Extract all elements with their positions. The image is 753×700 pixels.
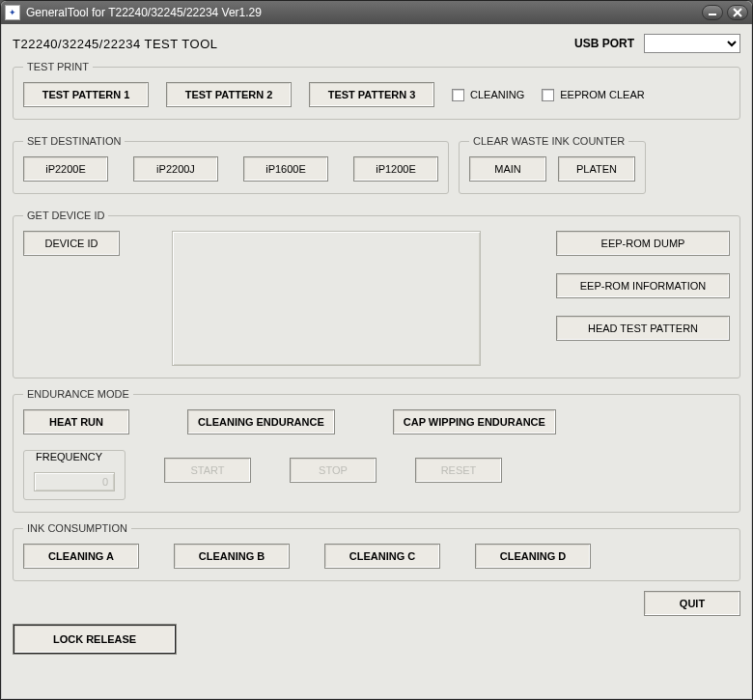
usb-port-label: USB PORT xyxy=(574,37,634,50)
cleaning-d-button[interactable]: CLEANING D xyxy=(475,544,591,569)
endurance-group: ENDURANCE MODE HEAT RUN CLEANING ENDURAN… xyxy=(13,388,740,513)
test-print-group: TEST PRINT TEST PATTERN 1 TEST PATTERN 2… xyxy=(13,61,740,120)
frequency-group: FREQUENCY xyxy=(23,450,126,500)
start-button: START xyxy=(164,458,251,483)
close-icon xyxy=(733,8,742,17)
checkbox-icon xyxy=(452,89,464,101)
test-pattern-3-button[interactable]: TEST PATTERN 3 xyxy=(309,82,434,107)
clear-waste-legend: CLEAR WASTE INK COUNTER xyxy=(469,135,628,147)
dest-ip2200j-button[interactable]: iP2200J xyxy=(133,156,218,182)
eeprom-clear-checkbox[interactable]: EEPROM CLEAR xyxy=(542,89,644,101)
titlebar: ✦ GeneralTool for T22240/32245/22234 Ver… xyxy=(1,1,752,24)
cleaning-b-button[interactable]: CLEANING B xyxy=(174,544,290,569)
frequency-field xyxy=(34,472,115,491)
clear-waste-group: CLEAR WASTE INK COUNTER MAIN PLATEN xyxy=(459,135,646,194)
eep-rom-dump-button[interactable]: EEP-ROM DUMP xyxy=(556,231,730,256)
get-device-legend: GET DEVICE ID xyxy=(23,210,108,221)
test-pattern-2-button[interactable]: TEST PATTERN 2 xyxy=(166,82,292,107)
cap-wipping-button[interactable]: CAP WIPPING ENDURANCE xyxy=(393,409,556,434)
device-id-button[interactable]: DEVICE ID xyxy=(23,231,120,256)
tool-title: T22240/32245/22234 TEST TOOL xyxy=(13,37,574,51)
set-destination-legend: SET DESTINATION xyxy=(23,135,125,147)
clear-platen-button[interactable]: PLATEN xyxy=(558,156,635,182)
usb-port-select[interactable] xyxy=(644,34,740,53)
reset-button: RESET xyxy=(415,458,502,483)
clear-main-button[interactable]: MAIN xyxy=(469,156,546,182)
endurance-legend: ENDURANCE MODE xyxy=(23,388,133,400)
device-output xyxy=(172,231,481,366)
test-print-legend: TEST PRINT xyxy=(23,61,93,72)
dest-ip2200e-button[interactable]: iP2200E xyxy=(23,156,108,182)
cleaning-checkbox[interactable]: CLEANING xyxy=(452,89,524,101)
checkbox-icon xyxy=(542,89,554,101)
minimize-button[interactable] xyxy=(702,5,723,20)
close-button[interactable] xyxy=(727,5,748,20)
cleaning-endurance-button[interactable]: CLEANING ENDURANCE xyxy=(187,409,335,434)
dest-ip1200e-button[interactable]: iP1200E xyxy=(353,156,438,182)
head-test-button[interactable]: HEAD TEST PATTERN xyxy=(556,316,730,341)
test-pattern-1-button[interactable]: TEST PATTERN 1 xyxy=(23,82,149,107)
ink-legend: INK CONSUMPTION xyxy=(23,522,131,534)
stop-button: STOP xyxy=(290,458,376,483)
lock-release-button[interactable]: LOCK RELEASE xyxy=(13,624,177,655)
eep-rom-info-button[interactable]: EEP-ROM INFORMATION xyxy=(556,273,730,298)
cleaning-label: CLEANING xyxy=(470,89,524,100)
app-window: ✦ GeneralTool for T22240/32245/22234 Ver… xyxy=(0,0,753,700)
set-destination-group: SET DESTINATION iP2200E iP2200J iP1600E … xyxy=(13,135,449,194)
eeprom-clear-label: EEPROM CLEAR xyxy=(560,89,644,100)
frequency-label: FREQUENCY xyxy=(32,451,106,462)
minimize-icon xyxy=(708,9,717,16)
dest-ip1600e-button[interactable]: iP1600E xyxy=(243,156,328,182)
quit-button[interactable]: QUIT xyxy=(644,591,740,616)
ink-group: INK CONSUMPTION CLEANING A CLEANING B CL… xyxy=(13,522,740,581)
cleaning-c-button[interactable]: CLEANING C xyxy=(324,544,440,569)
heat-run-button[interactable]: HEAT RUN xyxy=(23,409,129,434)
window-title: GeneralTool for T22240/32245/22234 Ver1.… xyxy=(26,6,262,19)
get-device-group: GET DEVICE ID DEVICE ID EEP-ROM DUMP EEP… xyxy=(13,210,740,378)
app-icon: ✦ xyxy=(5,5,20,20)
cleaning-a-button[interactable]: CLEANING A xyxy=(23,544,139,569)
